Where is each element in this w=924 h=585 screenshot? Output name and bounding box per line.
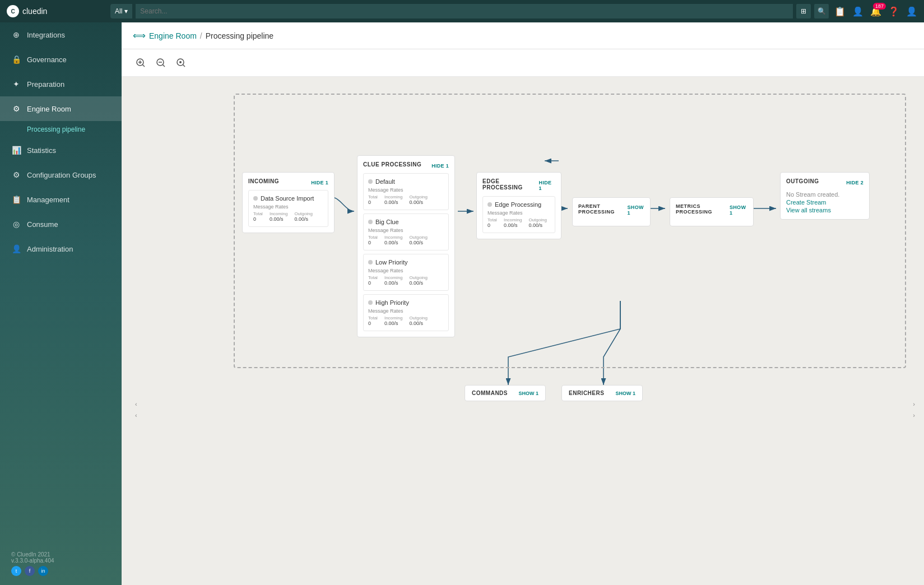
clue-sub-card-0: Default Message Rates Total0 Incoming0.0… bbox=[363, 173, 449, 210]
sidebar-label-integrations: Integrations bbox=[27, 31, 65, 39]
sidebar-label-governance: Governance bbox=[27, 55, 67, 64]
incoming-sub-card-0: Data Source Import Message Rates Total0 … bbox=[248, 190, 328, 227]
search-input[interactable] bbox=[136, 4, 793, 18]
consume-icon: ◎ bbox=[11, 220, 21, 229]
help-icon[interactable]: ❓ bbox=[888, 6, 899, 17]
clue-proc-action[interactable]: HIDE 1 bbox=[431, 163, 449, 169]
incoming-sub-name-0: Data Source Import bbox=[261, 195, 314, 202]
app-name: cluedin bbox=[22, 7, 47, 16]
search-icon[interactable]: 🔍 bbox=[814, 4, 829, 18]
search-icons: ⊞ 🔍 bbox=[796, 4, 829, 18]
tasks-icon[interactable]: 📋 bbox=[834, 6, 846, 17]
parent-processing-block: PARENT PROCESSING SHOW 1 bbox=[572, 197, 651, 226]
breadcrumb-section[interactable]: Engine Room bbox=[149, 31, 197, 40]
zoom-out-button[interactable] bbox=[153, 55, 169, 71]
engine-room-icon: ⚙ bbox=[11, 104, 21, 113]
zoom-in-button[interactable] bbox=[133, 55, 148, 71]
preparation-icon: ✦ bbox=[11, 80, 21, 89]
clue-proc-title: CLUE PROCESSING bbox=[363, 161, 421, 168]
enrichers-action[interactable]: SHOW 1 bbox=[615, 391, 635, 396]
edge-proc-action[interactable]: HIDE 1 bbox=[539, 180, 555, 191]
breadcrumb: ⟺ Engine Room / Processing pipeline bbox=[122, 22, 924, 49]
topbar-right: 📋 👤 🔔 187 ❓ 👤 bbox=[834, 6, 917, 17]
search-dropdown[interactable]: All ▾ bbox=[110, 4, 132, 18]
linkedin-icon[interactable]: in bbox=[38, 566, 48, 576]
scroll-left-bottom[interactable]: ‹ bbox=[135, 412, 137, 419]
svg-point-8 bbox=[179, 61, 182, 63]
scroll-left-top[interactable]: ‹ bbox=[135, 401, 137, 407]
parent-proc-action[interactable]: SHOW 1 bbox=[628, 205, 644, 216]
edge-proc-title: EDGE PROCESSING bbox=[482, 178, 539, 191]
config-groups-icon: ⚙ bbox=[11, 170, 21, 179]
svg-line-6 bbox=[163, 65, 165, 67]
statistics-icon: 📊 bbox=[11, 146, 21, 155]
breadcrumb-separator: / bbox=[200, 31, 202, 40]
commands-title: COMMANDS bbox=[472, 390, 508, 396]
integrations-icon: ⊕ bbox=[11, 30, 21, 39]
sidebar-item-management[interactable]: 📋 Management bbox=[0, 187, 122, 212]
outgoing-title: OUTGOING bbox=[786, 178, 819, 184]
main-layout: ⊕ Integrations 🔒 Governance ✦ Preparatio… bbox=[0, 22, 924, 585]
sidebar-sub-processing-pipeline[interactable]: Processing pipeline bbox=[0, 121, 122, 138]
edge-processing-block: EDGE PROCESSING HIDE 1 Edge Processing M… bbox=[476, 172, 561, 239]
sidebar-item-configuration-groups[interactable]: ⚙ Configuration Groups bbox=[0, 162, 122, 187]
view-all-streams-link[interactable]: View all streams bbox=[786, 207, 863, 213]
msg-rates-row: Total0 Incoming0.00/s Outgoing0.00/s bbox=[253, 211, 323, 222]
breadcrumb-page: Processing pipeline bbox=[206, 31, 273, 40]
logo-area: C cluedin bbox=[7, 5, 105, 17]
scroll-right-bottom[interactable]: › bbox=[913, 412, 915, 419]
notification-badge: 187 bbox=[873, 3, 886, 10]
sidebar-item-administration[interactable]: 👤 Administration bbox=[0, 236, 122, 261]
msg-rates-label: Message Rates bbox=[253, 204, 323, 210]
twitter-icon[interactable]: t bbox=[11, 566, 21, 576]
enrichers-title: ENRICHERS bbox=[569, 390, 604, 396]
clue-processing-block: CLUE PROCESSING HIDE 1 Default Message R… bbox=[357, 155, 455, 337]
svg-line-3 bbox=[143, 65, 145, 67]
pipeline-canvas[interactable]: INCOMING HIDE 1 Data Source Import Messa… bbox=[122, 77, 924, 585]
sidebar-item-consume[interactable]: ◎ Consume bbox=[0, 212, 122, 236]
metrics-proc-title: METRICS PROCESSING bbox=[676, 203, 730, 215]
breadcrumb-icon: ⟺ bbox=[133, 30, 146, 41]
svg-line-9 bbox=[183, 65, 185, 67]
create-stream-link[interactable]: Create Stream bbox=[786, 199, 863, 206]
metrics-proc-action[interactable]: SHOW 1 bbox=[730, 205, 747, 216]
sidebar-label-config-groups: Configuration Groups bbox=[27, 171, 96, 179]
sidebar-item-integrations[interactable]: ⊕ Integrations bbox=[0, 22, 122, 47]
logo-icon: C bbox=[7, 5, 19, 17]
commands-box: COMMANDS SHOW 1 bbox=[465, 385, 546, 401]
metrics-processing-block: METRICS PROCESSING SHOW 1 bbox=[670, 197, 754, 226]
account-icon[interactable]: 👤 bbox=[906, 6, 917, 17]
sub-label-processing-pipeline: Processing pipeline bbox=[27, 126, 85, 133]
clue-sub-card-1: Big Clue Message Rates Total0 Incoming0.… bbox=[363, 213, 449, 250]
pipeline-region bbox=[234, 94, 906, 368]
sidebar-label-consume: Consume bbox=[27, 220, 58, 229]
notifications-icon[interactable]: 🔔 187 bbox=[870, 6, 881, 17]
user-icon[interactable]: 👤 bbox=[852, 6, 863, 17]
sidebar-label-administration: Administration bbox=[27, 245, 73, 253]
clue-sub-card-2: Low Priority Message Rates Total0 Incomi… bbox=[363, 254, 449, 291]
facebook-icon[interactable]: f bbox=[25, 566, 35, 576]
sidebar: ⊕ Integrations 🔒 Governance ✦ Preparatio… bbox=[0, 22, 122, 585]
incoming-block: INCOMING HIDE 1 Data Source Import Messa… bbox=[242, 172, 335, 233]
commands-action[interactable]: SHOW 1 bbox=[518, 391, 538, 396]
sidebar-item-governance[interactable]: 🔒 Governance bbox=[0, 47, 122, 72]
incoming-title: INCOMING bbox=[248, 178, 279, 184]
parent-proc-title: PARENT PROCESSING bbox=[578, 203, 628, 215]
search-area: All ▾ ⊞ 🔍 bbox=[110, 4, 829, 18]
outgoing-action[interactable]: HIDE 2 bbox=[846, 180, 863, 185]
scroll-right-top[interactable]: › bbox=[913, 401, 915, 407]
content-area: ⟺ Engine Room / Processing pipeline bbox=[122, 22, 924, 585]
sidebar-item-engine-room[interactable]: ⚙ Engine Room bbox=[0, 96, 122, 121]
incoming-action[interactable]: HIDE 1 bbox=[311, 180, 328, 185]
sidebar-footer: © CluedIn 2021 v.3.3.0-alpha.404 t f in bbox=[0, 542, 122, 585]
no-stream-text: No Stream created. bbox=[786, 191, 863, 198]
zoom-reset-button[interactable] bbox=[173, 55, 189, 71]
social-links: t f in bbox=[11, 566, 110, 576]
sidebar-item-preparation[interactable]: ✦ Preparation bbox=[0, 72, 122, 96]
sidebar-label-preparation: Preparation bbox=[27, 80, 64, 89]
sidebar-item-statistics[interactable]: 📊 Statistics bbox=[0, 138, 122, 162]
grid-icon[interactable]: ⊞ bbox=[796, 4, 811, 18]
sidebar-label-management: Management bbox=[27, 196, 69, 204]
management-icon: 📋 bbox=[11, 195, 21, 204]
pipeline-wrapper: INCOMING HIDE 1 Data Source Import Messa… bbox=[133, 88, 917, 480]
